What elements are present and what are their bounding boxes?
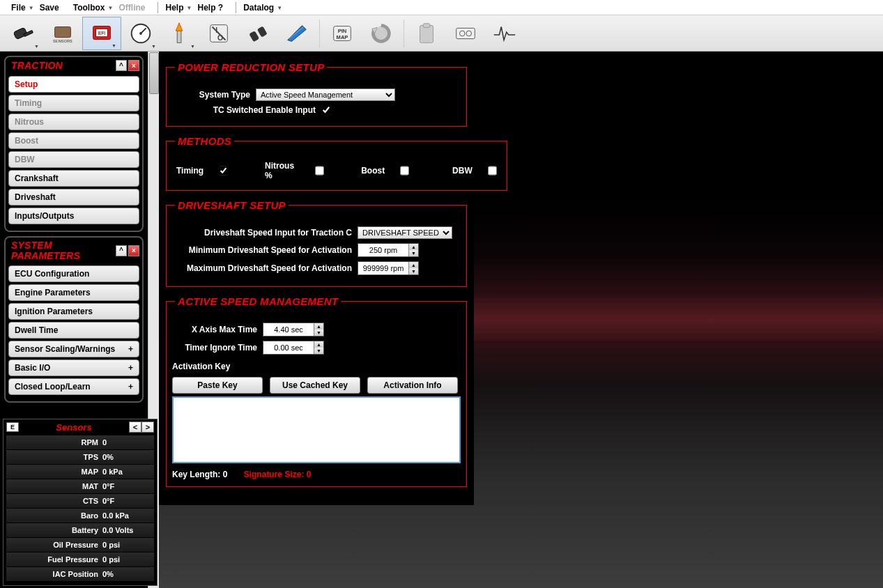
svg-rect-10	[177, 31, 181, 42]
tool-pinmap[interactable]: PINMAP	[323, 17, 362, 50]
sensors-expand-icon[interactable]: E	[6, 422, 19, 432]
menu-sep2	[236, 2, 236, 13]
ds-input-select[interactable]: DRIVESHAFT SPEED	[358, 226, 452, 239]
menu-file[interactable]: File▼	[7, 1, 36, 14]
tool-sensors[interactable]: SENSORS	[43, 17, 82, 50]
sensor-name: CTS	[6, 497, 101, 505]
sidebar-item-boost[interactable]: Boost	[8, 132, 139, 149]
svg-rect-16	[257, 26, 268, 37]
spin-down[interactable]: ▼	[408, 250, 418, 256]
tool-efi[interactable]: EFI ▼	[82, 17, 121, 50]
paste-key-button[interactable]: Paste Key	[172, 377, 263, 394]
sensor-name: Battery	[6, 526, 101, 534]
sidebar-item-crankshaft[interactable]: Crankshaft	[8, 170, 139, 187]
sensor-name: MAT	[6, 482, 101, 490]
spin-down[interactable]: ▼	[314, 330, 323, 336]
ds-min-label: Minimum Driveshaft Speed for Activation	[172, 245, 358, 255]
sensor-value: 0 psi	[101, 541, 120, 549]
tool-io[interactable]: IO	[199, 17, 238, 50]
sensor-row: Oil Pressure0 psi	[6, 538, 154, 552]
sensor-row: TPS0%	[6, 450, 154, 464]
sensors-next[interactable]: >	[141, 421, 154, 433]
ignore-input[interactable]	[263, 341, 314, 354]
tc-enable-checkbox[interactable]	[321, 105, 331, 115]
sidebar-item-setup[interactable]: Setup	[8, 76, 139, 93]
xmax-input[interactable]	[263, 323, 314, 336]
menu-offline[interactable]: Offline	[114, 1, 155, 14]
tool-clipboard[interactable]	[407, 17, 446, 50]
sensor-value: 0.0 kPa	[101, 511, 129, 520]
panel-close[interactable]: ×	[128, 60, 139, 71]
tool-heartbeat[interactable]	[485, 17, 524, 50]
sensor-value: 0	[101, 438, 107, 447]
methods-boost-cb[interactable]	[400, 166, 409, 176]
tool-sep1	[319, 20, 320, 47]
sensors-prev[interactable]: <	[129, 421, 141, 433]
sidebar-item-sensorscaling[interactable]: Sensor Scaling/Warnings+	[8, 341, 139, 357]
spin-up[interactable]: ▲	[408, 244, 418, 250]
tool-airfoil[interactable]	[277, 17, 316, 50]
svg-rect-22	[420, 25, 433, 42]
sensor-value: 0°F	[101, 497, 114, 505]
activation-info-button[interactable]: Activation Info	[367, 377, 458, 394]
fieldset-methods: METHODS Timing Nitrous % Boost DBW	[166, 135, 507, 191]
xmax-spinbox[interactable]: ▲▼	[263, 323, 324, 336]
tool-gauge[interactable]: ▼	[121, 17, 160, 50]
tool-dash[interactable]	[446, 17, 485, 50]
spin-down[interactable]: ▼	[408, 268, 418, 274]
methods-dbw-cb[interactable]	[488, 166, 497, 176]
methods-timing-cb[interactable]	[219, 166, 228, 176]
tool-spark[interactable]: ▼	[160, 17, 199, 50]
panel-sysparams: SYSTEMPARAMETERS ^ × ECU Configuration E…	[4, 236, 144, 403]
menu-sep	[158, 2, 158, 13]
ds-max-input[interactable]	[358, 262, 408, 274]
spin-up[interactable]: ▲	[408, 262, 418, 268]
sidebar-item-ignition[interactable]: Ignition Parameters	[8, 303, 139, 320]
activation-key-textarea[interactable]	[172, 396, 461, 463]
sensors-panel: E Sensors <> RPM0TPS0%MAP0 kPaMAT0°FCTS0…	[3, 419, 158, 586]
sensors-title: Sensors	[19, 422, 129, 433]
menu-save[interactable]: Save	[36, 1, 69, 14]
panel-close2[interactable]: ×	[128, 245, 139, 256]
use-cached-button[interactable]: Use Cached Key	[270, 377, 360, 394]
tool-connector[interactable]: ▼	[4, 17, 43, 50]
content-area: POWER REDUCTION SETUP System Type Active…	[159, 52, 883, 588]
panel-traction: TRACTION ^ × Setup Timing Nitrous Boost …	[4, 56, 144, 232]
spin-up[interactable]: ▲	[314, 323, 323, 330]
sidebar-item-nitrous[interactable]: Nitrous	[8, 114, 139, 130]
sidebar-item-driveshaft[interactable]: Driveshaft	[8, 189, 139, 206]
methods-boost-label: Boost	[361, 166, 385, 176]
ds-min-input[interactable]	[358, 244, 408, 256]
sidebar-item-timing[interactable]: Timing	[8, 95, 139, 111]
panel-collapse2[interactable]: ^	[116, 245, 127, 256]
tool-tires[interactable]	[238, 17, 277, 50]
system-type-label: System Type	[172, 90, 256, 100]
system-type-select[interactable]: Active Speed Management	[256, 88, 395, 101]
spin-down[interactable]: ▼	[314, 348, 323, 354]
panel-collapse[interactable]: ^	[116, 60, 127, 71]
ds-max-spinbox[interactable]: ▲▼	[358, 261, 419, 275]
methods-nitrous-cb[interactable]	[315, 166, 324, 176]
sensor-value: 0°F	[101, 482, 114, 490]
panel-title-traction: TRACTION	[11, 60, 63, 71]
ds-input-label: Driveshaft Speed Input for Traction C	[172, 228, 358, 238]
sensor-row: Battery0.0 Volts	[6, 523, 154, 537]
sidebar-item-basicio[interactable]: Basic I/O+	[8, 359, 139, 376]
ds-min-spinbox[interactable]: ▲▼	[358, 243, 419, 257]
sidebar-item-dwell[interactable]: Dwell Time	[8, 322, 139, 339]
sidebar-item-dbw[interactable]: DBW	[8, 151, 139, 168]
menu-datalog[interactable]: Datalog▼	[239, 1, 284, 14]
menu-help[interactable]: Help▼	[161, 1, 193, 14]
methods-nitrous-label: Nitrous %	[265, 161, 300, 180]
fieldset-asm: ACTIVE SPEED MANAGEMENT X Axis Max Time …	[166, 295, 467, 487]
sidebar-item-closedloop[interactable]: Closed Loop/Learn+	[8, 378, 139, 395]
sidebar-item-io[interactable]: Inputs/Outputs	[8, 208, 139, 224]
tool-refresh[interactable]	[362, 17, 401, 50]
sidebar-item-engine[interactable]: Engine Parameters	[8, 284, 139, 301]
menu-help2[interactable]: Help ?	[194, 1, 233, 14]
ignore-spinbox[interactable]: ▲▼	[263, 341, 324, 355]
menu-toolbox[interactable]: Toolbox▼	[69, 1, 115, 14]
sidebar-item-ecu[interactable]: ECU Configuration	[8, 265, 139, 282]
sensor-value: 0 kPa	[101, 467, 123, 476]
spin-up[interactable]: ▲	[314, 341, 323, 348]
